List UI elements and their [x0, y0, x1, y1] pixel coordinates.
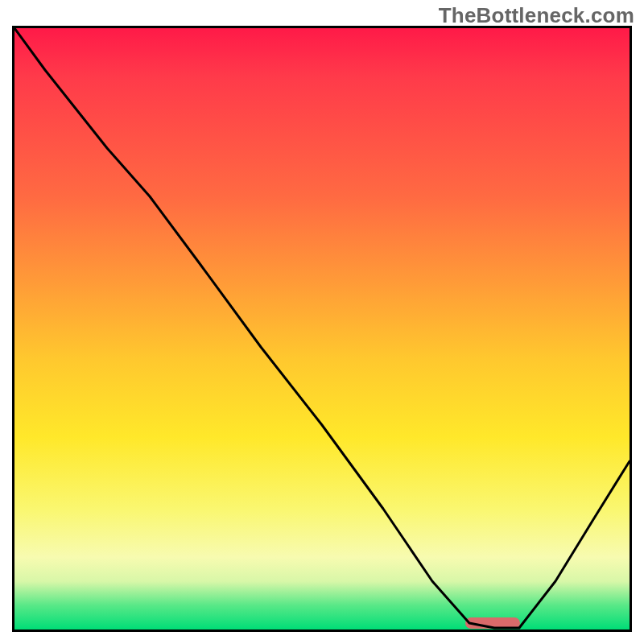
bottleneck-curve-path [14, 28, 630, 628]
curve-layer [14, 28, 630, 630]
plot-area [12, 26, 632, 632]
watermark-text: TheBottleneck.com [439, 3, 634, 28]
chart-container: TheBottleneck.com [0, 0, 644, 644]
